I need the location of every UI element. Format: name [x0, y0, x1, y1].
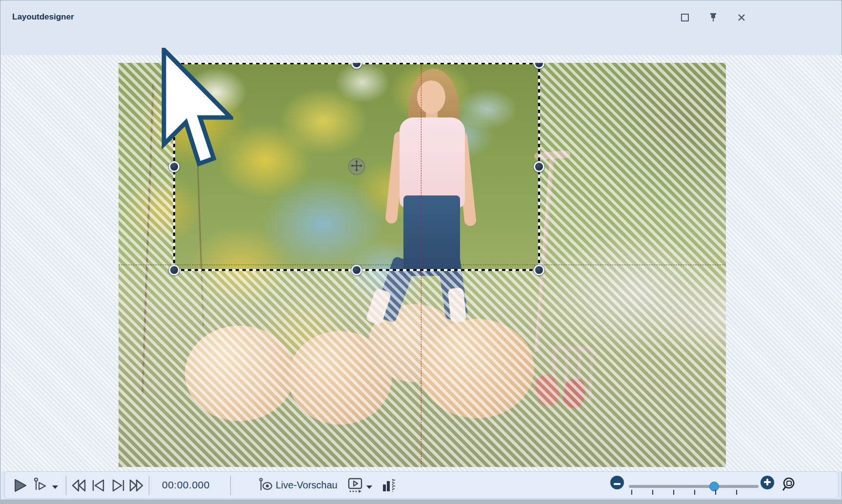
resize-handle-bottom-right[interactable]	[534, 265, 544, 275]
chevron-down-icon	[366, 484, 373, 491]
transport-separator	[149, 476, 149, 495]
zoom-slider-ticks	[631, 490, 757, 495]
transport-separator	[66, 476, 66, 495]
next-frame-icon	[111, 486, 126, 494]
chevron-down-icon	[52, 484, 59, 491]
next-frame-button[interactable]	[111, 479, 126, 494]
layout-canvas[interactable]	[1, 55, 842, 471]
stats-icon	[381, 487, 396, 495]
pin-icon	[709, 12, 718, 23]
live-preview-pin-eye-icon	[259, 487, 273, 494]
play-button[interactable]	[13, 478, 27, 494]
stats-button[interactable]	[381, 478, 396, 495]
maximize-icon	[681, 13, 689, 22]
zoom-out-icon	[614, 479, 621, 486]
center-guide-horizontal	[119, 265, 726, 265]
move-cross-icon	[350, 159, 363, 174]
zoom-in-button[interactable]	[761, 476, 774, 489]
live-preview-label: Live-Vorschau	[276, 480, 338, 491]
mouse-cursor-arrow	[159, 48, 233, 169]
window-bottom-edge	[0, 500, 842, 504]
window-title: Layoutdesigner	[12, 12, 74, 22]
maximize-button[interactable]	[678, 11, 692, 24]
transport-separator	[230, 476, 231, 495]
zoom-in-icon	[764, 479, 771, 487]
forward-button[interactable]	[129, 479, 144, 494]
preview-window-button[interactable]	[347, 478, 363, 495]
close-button[interactable]	[735, 11, 748, 24]
previous-frame-icon	[91, 486, 105, 494]
rewind-button[interactable]	[71, 479, 86, 494]
live-preview-button[interactable]	[259, 477, 273, 494]
play-from-marker-button[interactable]	[33, 477, 48, 494]
play-from-marker-icon	[33, 487, 48, 494]
preview-options-dropdown[interactable]	[366, 484, 373, 491]
time-display: 00:00.000	[162, 479, 221, 491]
layout-toolbar: Zeitmarke: s	[0, 28, 842, 55]
resize-handle-bottom[interactable]	[351, 265, 362, 275]
preview-window-icon	[347, 487, 363, 495]
move-handle[interactable]	[348, 158, 365, 175]
transport-bar: 00:00.000 Live-Vorschau	[4, 471, 839, 499]
rewind-icon	[71, 486, 86, 494]
zoom-slider-track[interactable]	[629, 485, 759, 488]
close-icon	[737, 13, 746, 22]
pin-button[interactable]	[706, 11, 720, 24]
zoom-fit-button[interactable]	[782, 477, 798, 495]
title-bar: Layoutdesigner	[0, 0, 842, 28]
forward-icon	[129, 486, 144, 494]
girl-jeans	[403, 195, 460, 270]
garden-fork	[535, 157, 539, 270]
zoom-out-button[interactable]	[610, 476, 624, 489]
play-icon	[13, 487, 27, 494]
resize-handle-right[interactable]	[534, 161, 544, 172]
previous-frame-button[interactable]	[91, 479, 105, 494]
layoutdesigner-window: Layoutdesigner	[0, 0, 842, 500]
resize-handle-bottom-left[interactable]	[169, 265, 180, 275]
zoom-fit-icon	[782, 487, 798, 495]
girl-shirt	[400, 117, 465, 208]
play-options-dropdown[interactable]	[52, 484, 59, 491]
garden-fork-handle	[534, 150, 539, 160]
